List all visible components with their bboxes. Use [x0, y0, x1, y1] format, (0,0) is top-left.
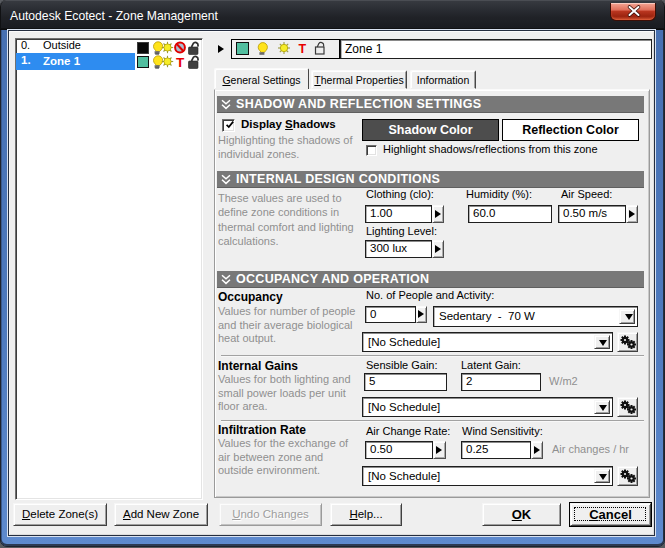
svg-text:T: T — [299, 42, 307, 56]
svg-text:T: T — [176, 55, 185, 70]
